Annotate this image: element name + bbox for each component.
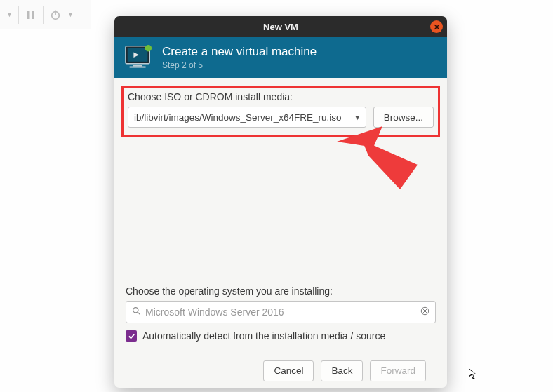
back-button[interactable]: Back bbox=[321, 360, 363, 381]
separator bbox=[43, 6, 44, 24]
close-button[interactable] bbox=[430, 20, 443, 33]
annotation-highlight: Choose ISO or CDROM install media: ib/li… bbox=[121, 86, 440, 137]
svg-rect-9 bbox=[133, 65, 142, 67]
svg-rect-10 bbox=[130, 66, 146, 67]
cursor-icon bbox=[468, 367, 478, 383]
wizard-header: Create a new virtual machine Step 2 of 5 bbox=[114, 37, 447, 78]
svg-point-11 bbox=[145, 45, 152, 52]
separator bbox=[18, 6, 19, 24]
clear-icon[interactable] bbox=[420, 306, 429, 318]
autodetect-checkbox-row[interactable]: Automatically detect from the installati… bbox=[126, 330, 436, 342]
monitor-icon bbox=[124, 44, 154, 71]
header-step: Step 2 of 5 bbox=[162, 60, 317, 70]
svg-rect-1 bbox=[32, 11, 34, 19]
svg-line-13 bbox=[138, 312, 140, 314]
autodetect-label: Automatically detect from the installati… bbox=[142, 330, 385, 342]
new-vm-dialog: New VM Create a new virtual machine Step… bbox=[114, 16, 447, 388]
forward-button: Forward bbox=[370, 360, 426, 381]
iso-path-value: ib/libvirt/images/Windows_Server_x64FRE_… bbox=[128, 112, 349, 123]
media-label: Choose ISO or CDROM install media: bbox=[128, 91, 434, 102]
svg-rect-0 bbox=[27, 11, 30, 19]
checkbox-checked-icon[interactable] bbox=[126, 330, 137, 342]
os-label: Choose the operating system you are inst… bbox=[126, 285, 436, 297]
chevron-down-icon[interactable]: ▼ bbox=[65, 11, 76, 18]
dialog-footer: Cancel Back Forward bbox=[126, 353, 436, 388]
header-title: Create a new virtual machine bbox=[162, 45, 317, 59]
titlebar[interactable]: New VM bbox=[114, 16, 447, 37]
power-button[interactable] bbox=[47, 6, 64, 23]
chevron-down-icon[interactable]: ▼ bbox=[4, 11, 15, 18]
browse-button[interactable]: Browse... bbox=[373, 107, 434, 128]
window-title: New VM bbox=[263, 22, 298, 32]
chevron-down-icon[interactable]: ▼ bbox=[349, 107, 366, 127]
svg-point-12 bbox=[133, 308, 138, 313]
host-toolbar: ▼ ▼ bbox=[0, 0, 91, 29]
pause-button[interactable] bbox=[22, 6, 39, 23]
os-value: Microsoft Windows Server 2016 bbox=[145, 306, 284, 318]
dialog-content: Choose ISO or CDROM install media: ib/li… bbox=[114, 78, 447, 388]
search-icon bbox=[132, 306, 141, 318]
iso-path-combo[interactable]: ib/libvirt/images/Windows_Server_x64FRE_… bbox=[128, 107, 366, 128]
os-search-input[interactable]: Microsoft Windows Server 2016 bbox=[126, 301, 436, 323]
cancel-button[interactable]: Cancel bbox=[263, 360, 314, 381]
